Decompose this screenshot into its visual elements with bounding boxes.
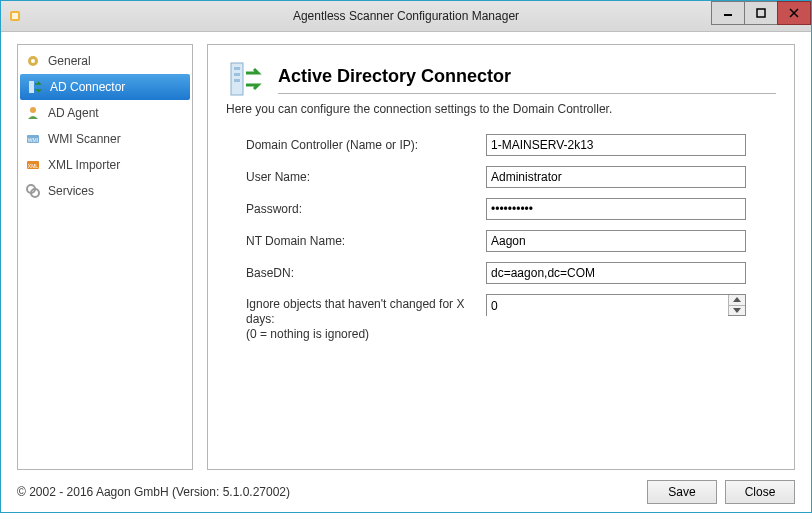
sidebar-item-wmi-scanner[interactable]: WMI WMI Scanner bbox=[18, 126, 192, 152]
svg-rect-8 bbox=[29, 81, 34, 93]
titlebar: Agentless Scanner Configuration Manager bbox=[1, 1, 811, 32]
sidebar-item-ad-agent[interactable]: AD Agent bbox=[18, 100, 192, 126]
spinner-up[interactable] bbox=[729, 295, 745, 305]
sidebar-item-services[interactable]: Services bbox=[18, 178, 192, 204]
svg-text:WMI: WMI bbox=[28, 137, 38, 143]
ad-agent-icon bbox=[24, 104, 42, 122]
svg-point-9 bbox=[30, 107, 36, 113]
label-user-name: User Name: bbox=[246, 170, 476, 184]
main-panel: Active Directory Connector Here you can … bbox=[207, 44, 795, 470]
sidebar-item-label: Services bbox=[48, 184, 94, 198]
svg-rect-19 bbox=[234, 79, 240, 82]
app-window: Agentless Scanner Configuration Manager bbox=[0, 0, 812, 513]
sidebar-item-label: AD Agent bbox=[48, 106, 99, 120]
domain-controller-input[interactable] bbox=[486, 134, 746, 156]
window-controls bbox=[712, 1, 811, 23]
password-input[interactable] bbox=[486, 198, 746, 220]
maximize-button[interactable] bbox=[744, 1, 778, 25]
svg-rect-1 bbox=[12, 13, 18, 19]
svg-point-7 bbox=[31, 59, 35, 63]
sidebar-item-general[interactable]: General bbox=[18, 48, 192, 74]
footer: © 2002 - 2016 Aagon GmbH (Version: 5.1.0… bbox=[17, 470, 795, 504]
minimize-button[interactable] bbox=[711, 1, 745, 25]
xml-icon: XML bbox=[24, 156, 42, 174]
svg-marker-21 bbox=[733, 308, 741, 313]
svg-rect-17 bbox=[234, 67, 240, 70]
wmi-icon: WMI bbox=[24, 130, 42, 148]
user-name-input[interactable] bbox=[486, 166, 746, 188]
svg-rect-18 bbox=[234, 73, 240, 76]
section-divider bbox=[278, 93, 776, 94]
section-title: Active Directory Connector bbox=[278, 66, 776, 87]
label-base-dn: BaseDN: bbox=[246, 266, 476, 280]
copyright-text: © 2002 - 2016 Aagon GmbH (Version: 5.1.0… bbox=[17, 485, 290, 499]
svg-rect-3 bbox=[757, 9, 765, 17]
app-icon bbox=[7, 8, 23, 24]
label-ignore-days: Ignore objects that haven't changed for … bbox=[246, 294, 476, 342]
sidebar-item-label: XML Importer bbox=[48, 158, 120, 172]
section-description: Here you can configure the connection se… bbox=[226, 102, 776, 116]
ad-connector-large-icon bbox=[226, 59, 266, 102]
ad-connector-icon bbox=[26, 78, 44, 96]
nt-domain-input[interactable] bbox=[486, 230, 746, 252]
sidebar-item-label: AD Connector bbox=[50, 80, 125, 94]
sidebar-item-ad-connector[interactable]: AD Connector bbox=[20, 74, 190, 100]
sidebar: General AD Connector AD Agent WMI bbox=[17, 44, 193, 470]
window-title: Agentless Scanner Configuration Manager bbox=[1, 9, 811, 23]
ignore-days-spinner[interactable] bbox=[486, 294, 746, 316]
label-password: Password: bbox=[246, 202, 476, 216]
section-header: Active Directory Connector bbox=[226, 59, 776, 102]
save-button[interactable]: Save bbox=[647, 480, 717, 504]
sidebar-item-label: WMI Scanner bbox=[48, 132, 121, 146]
ignore-days-input[interactable] bbox=[487, 295, 728, 317]
close-button[interactable]: Close bbox=[725, 480, 795, 504]
form: Domain Controller (Name or IP): User Nam… bbox=[246, 134, 776, 342]
sidebar-item-xml-importer[interactable]: XML XML Importer bbox=[18, 152, 192, 178]
gear-icon bbox=[24, 52, 42, 70]
services-icon bbox=[24, 182, 42, 200]
svg-marker-20 bbox=[733, 297, 741, 302]
label-nt-domain: NT Domain Name: bbox=[246, 234, 476, 248]
label-domain-controller: Domain Controller (Name or IP): bbox=[246, 138, 476, 152]
base-dn-input[interactable] bbox=[486, 262, 746, 284]
close-window-button[interactable] bbox=[777, 1, 811, 25]
spinner-down[interactable] bbox=[729, 305, 745, 316]
sidebar-item-label: General bbox=[48, 54, 91, 68]
svg-text:XML: XML bbox=[28, 163, 39, 169]
spinner-arrows bbox=[728, 295, 745, 315]
client-area: General AD Connector AD Agent WMI bbox=[1, 32, 811, 512]
